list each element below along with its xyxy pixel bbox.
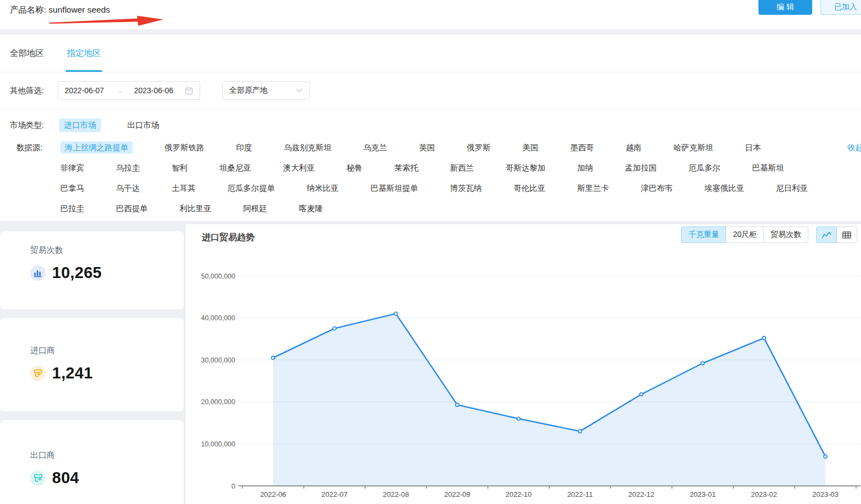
- svg-text:30,000,000: 30,000,000: [201, 356, 235, 364]
- datasource-item[interactable]: 巴基斯坦提单: [371, 182, 418, 194]
- unit-toggle-button[interactable]: 千克重量: [681, 226, 726, 243]
- datasource-item[interactable]: 菲律宾: [60, 162, 84, 174]
- datasource-item[interactable]: 巴拿马: [60, 182, 84, 194]
- collapse-link[interactable]: 收起: [847, 143, 861, 153]
- filter-section: 其他筛选: 2022-06-07 → 2023-06-06 全部原产地 市场类型…: [0, 72, 861, 221]
- edit-button[interactable]: 编 辑: [758, 0, 812, 15]
- datasource-item[interactable]: 埃塞俄比亚: [705, 182, 745, 194]
- datasource-item[interactable]: 美国: [523, 141, 539, 154]
- market-type-export[interactable]: 出口市场: [127, 120, 159, 131]
- date-start-value[interactable]: 2022-06-07: [65, 86, 104, 95]
- datasource-row: 巴拉圭巴西提单利比里亚阿根廷喀麦隆: [60, 202, 861, 214]
- datasource-item[interactable]: 哥斯达黎加: [506, 162, 546, 174]
- table-icon: [842, 231, 851, 239]
- datasource-item[interactable]: 智利: [172, 162, 188, 174]
- datasource-item[interactable]: 印度: [236, 141, 252, 154]
- stat-label: 出口商: [30, 450, 184, 461]
- origin-select[interactable]: 全部原产地: [222, 81, 310, 100]
- stat-card-importers: 进口商 1,241: [0, 318, 184, 411]
- svg-text:2023-01: 2023-01: [689, 490, 716, 499]
- origin-select-value: 全部原产地: [229, 86, 268, 95]
- datasource-item[interactable]: 喀麦隆: [299, 202, 323, 214]
- datasource-row: 巴拿马乌干达土耳其厄瓜多尔提单纳米比亚巴基斯坦提单博茨瓦纳哥伦比亚斯里兰卡津巴布…: [60, 182, 861, 194]
- stat-value: 804: [52, 469, 79, 487]
- datasource-item[interactable]: 尼日利亚: [776, 182, 808, 194]
- date-end-value[interactable]: 2023-06-06: [134, 86, 173, 95]
- datasource-item[interactable]: 越南: [626, 141, 642, 154]
- datasource-item[interactable]: 莱索托: [394, 162, 418, 174]
- datasource-row: 海上丝绸之路提单俄罗斯铁路印度乌兹别克斯坦乌克兰英国俄罗斯美国墨西哥越南哈萨克斯…: [60, 141, 861, 154]
- svg-text:2022-07: 2022-07: [321, 490, 348, 499]
- unit-toggle-button[interactable]: 20尺柜: [726, 226, 764, 243]
- datasource-rows: 海上丝绸之路提单俄罗斯铁路印度乌兹别克斯坦乌克兰英国俄罗斯美国墨西哥越南哈萨克斯…: [60, 141, 861, 214]
- datasource-item[interactable]: 博茨瓦纳: [450, 182, 482, 194]
- stat-value: 1,241: [52, 364, 93, 382]
- datasource-item[interactable]: 秘鲁: [347, 162, 362, 174]
- trend-line-chart: 010,000,00020,000,00030,000,00040,000,00…: [185, 254, 860, 504]
- datasource-item[interactable]: 坦桑尼亚: [219, 162, 251, 174]
- line-chart-view-button[interactable]: [816, 226, 837, 243]
- chart-header: 进口贸易趋势 千克重量20尺柜贸易次数: [185, 224, 861, 254]
- svg-text:2022-11: 2022-11: [567, 490, 593, 499]
- datasource-item[interactable]: 加纳: [577, 162, 593, 174]
- datasource-item[interactable]: 纳米比亚: [307, 182, 339, 194]
- table-view-button[interactable]: [836, 226, 857, 243]
- exporter-icon: [30, 471, 46, 486]
- datasource-item[interactable]: 厄瓜多尔提单: [228, 182, 275, 194]
- datasource-item[interactable]: 乌拉圭: [116, 162, 140, 174]
- svg-text:10,000,000: 10,000,000: [201, 440, 235, 448]
- stats-column: 贸易次数 10,265 进口商: [0, 224, 185, 504]
- datasource-section: 数据源: 海上丝绸之路提单俄罗斯铁路印度乌兹别克斯坦乌克兰英国俄罗斯美国墨西哥越…: [0, 132, 861, 221]
- datasource-item[interactable]: 利比里亚: [180, 202, 212, 214]
- tab-specified-regions[interactable]: 指定地区: [67, 35, 101, 72]
- datasource-item[interactable]: 俄罗斯铁路: [165, 141, 205, 154]
- datasource-item[interactable]: 斯里兰卡: [577, 182, 609, 194]
- datasource-item[interactable]: 澳大利亚: [283, 162, 315, 174]
- view-toggle-group: [816, 226, 857, 243]
- other-filter-label: 其他筛选:: [10, 86, 58, 96]
- datasource-item[interactable]: 巴拉圭: [60, 202, 84, 214]
- datasource-item[interactable]: 英国: [419, 141, 435, 154]
- chart-panel: 进口贸易趋势 千克重量20尺柜贸易次数: [185, 224, 861, 504]
- unit-toggle-button[interactable]: 贸易次数: [763, 226, 808, 243]
- trade-dashboard-page: { "page": { "width": 1570, "height": 919…: [0, 0, 861, 504]
- datasource-item[interactable]: 厄瓜多尔: [689, 162, 721, 174]
- datasource-item[interactable]: 乌克兰: [364, 141, 388, 154]
- datasource-item[interactable]: 墨西哥: [570, 141, 594, 154]
- market-type-row: 市场类型: 进口市场 出口市场: [0, 109, 861, 132]
- datasource-item[interactable]: 土耳其: [172, 182, 196, 194]
- datasource-item[interactable]: 阿根廷: [243, 202, 268, 214]
- datasource-item[interactable]: 巴基斯坦: [752, 162, 784, 174]
- datasource-item[interactable]: 孟加拉国: [625, 162, 657, 174]
- svg-text:2022-09: 2022-09: [444, 490, 471, 499]
- tab-all-regions[interactable]: 全部地区: [10, 35, 44, 72]
- stat-value: 10,265: [52, 264, 102, 282]
- unit-toggle-group: 千克重量20尺柜贸易次数: [681, 226, 808, 243]
- datasource-item[interactable]: 巴西提单: [116, 202, 148, 214]
- datasource-item[interactable]: 乌兹别克斯坦: [284, 141, 332, 154]
- datasource-item[interactable]: 日本: [745, 141, 761, 154]
- date-range-input[interactable]: 2022-06-07 → 2023-06-06: [58, 81, 200, 100]
- svg-text:20,000,000: 20,000,000: [201, 398, 235, 406]
- added-button[interactable]: 已加入: [820, 0, 861, 15]
- datasource-item[interactable]: 新西兰: [450, 162, 474, 174]
- importer-icon: [30, 366, 46, 381]
- datasource-label: 数据源:: [16, 143, 43, 153]
- datasource-item[interactable]: 乌干达: [116, 182, 140, 194]
- chevron-down-icon: [296, 88, 303, 93]
- datasource-row: 菲律宾乌拉圭智利坦桑尼亚澳大利亚秘鲁莱索托新西兰哥斯达黎加加纳孟加拉国厄瓜多尔巴…: [60, 162, 861, 174]
- svg-text:2022-12: 2022-12: [628, 490, 655, 499]
- other-filter-row: 其他筛选: 2022-06-07 → 2023-06-06 全部原产地: [0, 72, 861, 109]
- calendar-icon: [185, 87, 193, 95]
- svg-text:2023-02: 2023-02: [751, 490, 777, 499]
- datasource-item[interactable]: 俄罗斯: [467, 141, 491, 154]
- header-bar: 产品名称: sunflower seeds 编 辑 已加入: [0, 0, 861, 29]
- market-type-label: 市场类型:: [10, 120, 59, 131]
- datasource-item[interactable]: 津巴布韦: [641, 182, 673, 194]
- datasource-item[interactable]: 海上丝绸之路提单: [60, 141, 133, 154]
- datasource-item[interactable]: 哈萨克斯坦: [673, 141, 713, 154]
- market-type-import[interactable]: 进口市场: [59, 118, 101, 132]
- line-chart-icon: [822, 231, 831, 239]
- bar-chart-icon: [30, 265, 46, 281]
- datasource-item[interactable]: 哥伦比亚: [514, 182, 546, 194]
